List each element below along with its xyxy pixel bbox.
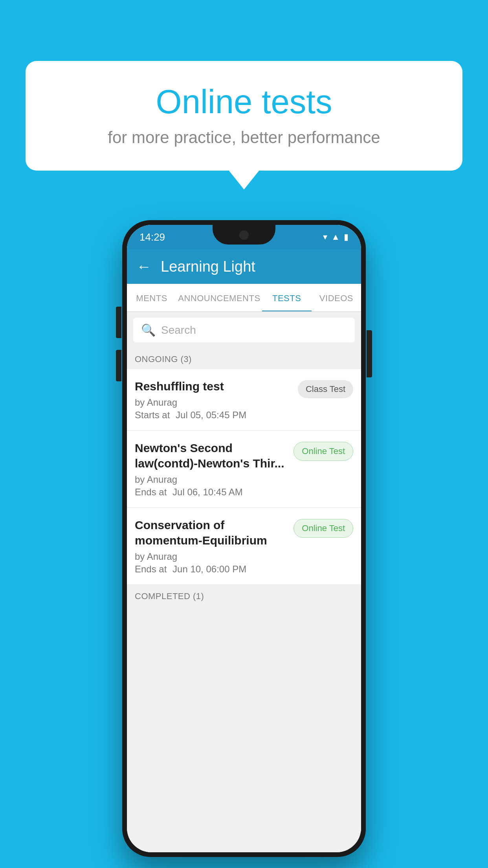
date-label-3: Ends at <box>135 564 167 574</box>
speech-bubble: Online tests for more practice, better p… <box>26 61 462 171</box>
search-input[interactable]: Search <box>161 324 196 337</box>
status-time: 14:29 <box>139 231 165 243</box>
search-container: 🔍 Search <box>127 312 361 348</box>
tab-announcements[interactable]: ANNOUNCEMENTS <box>176 284 262 311</box>
test-name-1: Reshuffling test <box>135 379 292 394</box>
test-item-3[interactable]: Conservation of momentum-Equilibrium by … <box>127 508 361 584</box>
date-value-1: Jul 05, 05:45 PM <box>176 410 246 420</box>
test-date-2: Ends at Jul 06, 10:45 AM <box>135 487 287 498</box>
phone-device: 14:29 ▾ ▲ ▮ ← Learning Light MENTS ANNOU… <box>122 220 366 857</box>
test-badge-2: Online Test <box>294 442 353 461</box>
battery-icon: ▮ <box>344 232 349 242</box>
phone-outer: 14:29 ▾ ▲ ▮ ← Learning Light MENTS ANNOU… <box>122 220 366 857</box>
test-author-2: by Anurag <box>135 474 287 485</box>
tabs-container: MENTS ANNOUNCEMENTS TESTS VIDEOS <box>127 284 361 312</box>
app-title: Learning Light <box>161 258 255 275</box>
test-badge-3: Online Test <box>294 519 353 538</box>
test-date-3: Ends at Jun 10, 06:00 PM <box>135 564 287 575</box>
bubble-title: Online tests <box>49 83 439 121</box>
tab-tests[interactable]: TESTS <box>262 284 312 311</box>
test-author-1: by Anurag <box>135 397 292 408</box>
test-badge-1: Class Test <box>298 380 353 398</box>
date-value-3: Jun 10, 06:00 PM <box>172 564 246 574</box>
camera <box>239 230 249 240</box>
phone-screen: 14:29 ▾ ▲ ▮ ← Learning Light MENTS ANNOU… <box>127 225 361 852</box>
search-bar[interactable]: 🔍 Search <box>133 318 355 342</box>
date-label-2: Ends at <box>135 487 167 497</box>
bubble-subtitle: for more practice, better performance <box>49 128 439 147</box>
content-area: ONGOING (3) Reshuffling test by Anurag S… <box>127 348 361 852</box>
back-arrow-icon[interactable]: ← <box>136 258 151 275</box>
status-icons: ▾ ▲ ▮ <box>323 232 349 242</box>
test-item-1[interactable]: Reshuffling test by Anurag Starts at Jul… <box>127 369 361 430</box>
search-icon: 🔍 <box>141 323 156 337</box>
signal-icon: ▲ <box>331 232 340 242</box>
power-button <box>367 330 372 377</box>
test-info-1: Reshuffling test by Anurag Starts at Jul… <box>135 379 292 421</box>
test-author-3: by Anurag <box>135 551 287 562</box>
test-date-1: Starts at Jul 05, 05:45 PM <box>135 410 292 421</box>
date-value-2: Jul 06, 10:45 AM <box>172 487 243 497</box>
volume-down-button <box>116 350 121 381</box>
completed-section-header: COMPLETED (1) <box>127 585 361 605</box>
tab-ments[interactable]: MENTS <box>127 284 176 311</box>
status-bar: 14:29 ▾ ▲ ▮ <box>127 225 361 249</box>
ongoing-section-header: ONGOING (3) <box>127 348 361 369</box>
notch <box>213 225 275 245</box>
volume-up-button <box>116 307 121 338</box>
tab-videos[interactable]: VIDEOS <box>312 284 361 311</box>
test-name-2: Newton's Second law(contd)-Newton's Thir… <box>135 440 287 471</box>
test-name-3: Conservation of momentum-Equilibrium <box>135 517 287 548</box>
speech-bubble-container: Online tests for more practice, better p… <box>26 61 462 171</box>
test-info-2: Newton's Second law(contd)-Newton's Thir… <box>135 440 287 498</box>
test-item-2[interactable]: Newton's Second law(contd)-Newton's Thir… <box>127 431 361 507</box>
test-info-3: Conservation of momentum-Equilibrium by … <box>135 517 287 575</box>
date-label-1: Starts at <box>135 410 170 420</box>
wifi-icon: ▾ <box>323 232 327 242</box>
app-header: ← Learning Light <box>127 249 361 284</box>
